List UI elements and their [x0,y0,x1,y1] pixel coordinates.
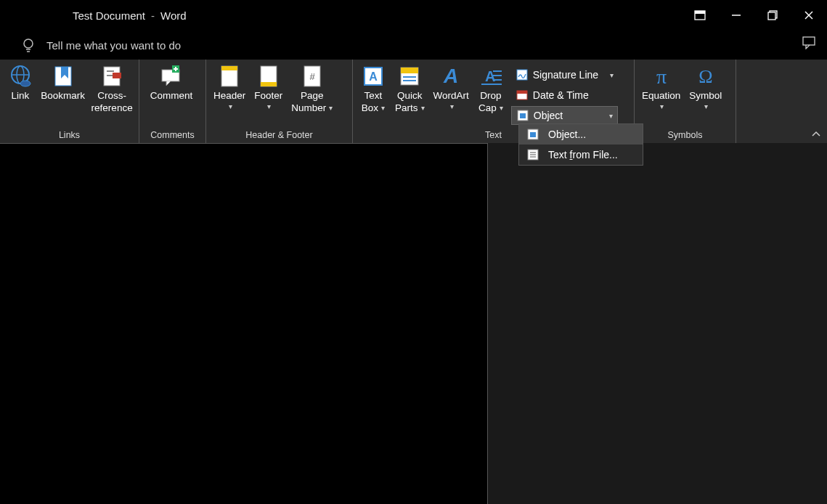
svg-text:A: A [369,70,378,83]
footer-button[interactable]: Footer ▾ [250,62,287,113]
page-number-label2: Number [291,102,326,115]
comment-button[interactable]: Comment [142,62,200,104]
app-name: Word [160,9,187,22]
globe-link-icon [8,64,33,89]
minimize-button[interactable] [718,0,754,31]
object-button[interactable]: Object ▾ [511,106,618,125]
drop-cap-label1: Drop [480,90,501,102]
chevron-down-icon: ▾ [500,104,503,113]
symbol-label: Symbol [689,90,722,102]
group-header-footer: Header ▾ Footer ▾ # Page Number▾ Header … [206,60,353,143]
header-icon [217,64,242,89]
window-controls [682,0,827,31]
chevron-down-icon: ▾ [450,102,454,112]
window-title: Test Document - Word [73,9,187,22]
bookmark-icon [51,64,76,89]
header-label: Header [213,90,245,102]
document-name: Test Document [73,9,145,22]
drop-cap-label2: Cap [478,102,497,115]
chevron-down-icon: ▾ [704,102,708,112]
bookmark-button[interactable]: Bookmark [38,62,88,104]
text-from-file-menu-item[interactable]: Text from File... [519,145,643,165]
object-menu-item[interactable]: Object... [519,124,643,145]
page-number-label1: Page [301,90,324,102]
quick-parts-label1: Quick [397,90,423,102]
cross-reference-icon [99,64,124,89]
collapse-ribbon-button[interactable] [811,130,821,139]
chevron-down-icon: ▾ [229,102,232,112]
comment-icon [159,64,184,89]
svg-rect-14 [803,37,815,45]
chevron-down-icon: ▾ [381,104,385,113]
text-box-label2: Box [362,102,378,115]
omega-icon: Ω [693,64,718,89]
chevron-down-icon: ▾ [602,112,613,120]
ribbon: Link Bookmark Cross- reference Links [0,60,827,143]
titlebar: Test Document - Word [0,0,827,31]
footer-label: Footer [254,90,282,102]
link-button[interactable]: Link [3,62,38,104]
chevron-down-icon: ▾ [329,104,333,113]
ribbon-display-options-button[interactable] [682,0,718,31]
object-icon [526,128,539,141]
cross-reference-button[interactable]: Cross- reference [88,62,136,116]
chevron-down-icon: ▾ [421,104,425,113]
group-symbols-label: Symbols [635,129,736,143]
equation-button[interactable]: π Equation ▾ [637,62,685,113]
quick-parts-button[interactable]: Quick Parts▾ [391,62,429,116]
svg-point-11 [24,39,33,48]
cross-reference-label2: reference [91,102,133,115]
text-from-file-icon [526,148,539,161]
close-button[interactable] [791,0,827,31]
bookmark-label: Bookmark [41,90,85,102]
signature-line-label: Signature Line [533,69,598,81]
object-icon [516,109,529,122]
svg-text:π: π [656,65,667,87]
drop-cap-button[interactable]: A Drop Cap▾ [473,62,508,116]
text-from-file-label: Text from File... [548,149,618,160]
svg-rect-52 [530,132,536,137]
chevron-down-icon: ▾ [267,102,271,112]
chevron-down-icon: ▾ [603,71,614,79]
group-links: Link Bookmark Cross- reference Links [0,60,139,143]
object-label: Object [534,110,563,121]
object-menu-label: Object... [548,129,586,140]
quick-parts-icon [397,64,422,89]
svg-point-18 [20,81,30,86]
quick-parts-label2: Parts [395,102,418,115]
signature-line-button[interactable]: Signature Line ▾ [511,65,618,84]
maximize-button[interactable] [754,0,791,31]
lightbulb-icon [20,37,36,53]
text-box-icon: A [361,64,386,89]
comments-pane-icon[interactable] [802,36,817,49]
group-comments-label: Comments [139,129,205,143]
svg-text:#: # [309,71,315,82]
document-page[interactable] [0,143,488,504]
page-number-icon: # [300,64,325,89]
wordart-button[interactable]: A WordArt ▾ [429,62,473,113]
tellme-input[interactable]: Tell me what you want to do [46,39,181,52]
footer-icon [256,64,281,89]
svg-rect-21 [113,73,121,78]
text-box-label1: Text [364,90,383,102]
text-box-button[interactable]: A Text Box▾ [356,62,391,116]
header-button[interactable]: Header ▾ [209,62,250,113]
svg-rect-8 [768,12,775,20]
group-header-footer-label: Header & Footer [206,129,352,143]
chevron-down-icon: ▾ [660,102,664,112]
symbol-button[interactable]: Ω Symbol ▾ [685,62,726,113]
cross-reference-label1: Cross- [97,90,126,102]
page-number-button[interactable]: # Page Number▾ [287,62,337,116]
object-dropdown-menu: Object... Text from File... [518,123,643,166]
date-time-label: Date & Time [533,89,589,101]
group-symbols: π Equation ▾ Ω Symbol ▾ Symbols [635,60,736,143]
signature-icon [516,68,529,81]
equation-label: Equation [642,90,680,102]
svg-rect-5 [695,11,705,14]
group-comments: Comment Comments [139,60,206,143]
svg-rect-29 [261,82,277,86]
link-label: Link [12,90,30,102]
drop-cap-icon: A [478,64,503,89]
svg-rect-27 [221,66,237,70]
date-time-button[interactable]: Date & Time [511,86,618,105]
